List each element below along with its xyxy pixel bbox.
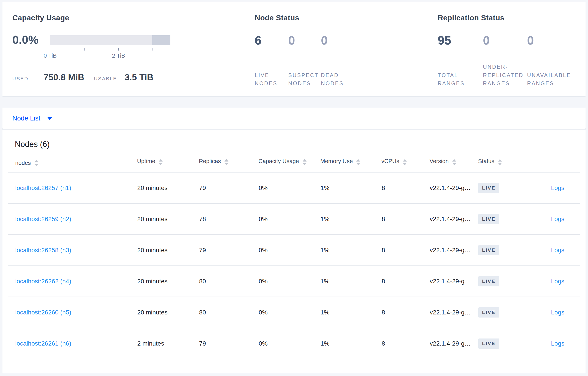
total-ranges-label: TOTAL RANGES (438, 71, 483, 87)
column-header-version[interactable]: Version (430, 158, 478, 172)
status-cell: LIVE (478, 172, 529, 203)
column-header-status[interactable]: Status (478, 158, 529, 172)
version-cell: v22.1.4-29-g… (430, 297, 478, 328)
suspect-nodes-label: SUSPECT NODES (288, 71, 321, 87)
used-label: USED (12, 76, 29, 82)
capacity-usage-panel: Capacity Usage 0.0% 0 TiB 2 TiB (12, 13, 255, 96)
replicas-cell: 79 (199, 172, 258, 203)
unavailable-ranges-value: 0 (527, 34, 576, 47)
capacity-usage-cell: 0% (258, 328, 320, 359)
column-header-memory-use[interactable]: Memory Use (320, 158, 381, 172)
node-status-title: Node Status (255, 13, 438, 22)
vcpus-cell: 8 (381, 172, 430, 203)
under-replicated-ranges-value: 0 (483, 34, 527, 47)
view-selector-bar: Node List (2, 108, 586, 129)
capacity-usage-cell: 0% (258, 266, 320, 297)
node-address-cell: localhost:26261 (n6) (8, 328, 137, 359)
logs-link[interactable]: Logs (551, 247, 564, 253)
cluster-overview-page: Capacity Usage 0.0% 0 TiB 2 TiB (0, 0, 588, 375)
under-replicated-ranges-label: UNDER-REPLICATED RANGES (483, 63, 527, 87)
column-header-replicas[interactable]: Replicas (199, 158, 258, 172)
memory-use-cell: 1% (320, 328, 381, 359)
capacity-chart: 0.0% 0 TiB 2 TiB (12, 33, 255, 62)
table-row: localhost:26259 (n2)20 minutes780%1%8v22… (8, 203, 580, 235)
node-list-dropdown[interactable]: Node List (12, 115, 52, 122)
uptime-cell: 20 minutes (137, 297, 199, 328)
logs-link[interactable]: Logs (551, 216, 564, 222)
under-replicated-ranges-stat: 0 UNDER-REPLICATED RANGES (483, 34, 527, 87)
sort-icon (403, 159, 407, 165)
replicas-cell: 79 (199, 328, 258, 359)
status-cell: LIVE (478, 203, 529, 235)
version-cell: v22.1.4-29-g… (430, 203, 478, 235)
chevron-down-icon (47, 117, 52, 120)
table-header-row: nodes Uptime Replicas (8, 158, 580, 172)
axis-tick (84, 48, 84, 51)
version-cell: v22.1.4-29-g… (430, 266, 478, 297)
uptime-cell: 2 minutes (137, 328, 199, 359)
capacity-bar-chart: 0 TiB 2 TiB (50, 33, 170, 62)
node-link[interactable]: localhost:26257 (n1) (15, 185, 71, 191)
memory-use-cell: 1% (320, 266, 381, 297)
capacity-usage-title: Capacity Usage (12, 13, 255, 22)
logs-cell: Logs (529, 235, 580, 266)
cluster-summary-card: Capacity Usage 0.0% 0 TiB 2 TiB (2, 2, 586, 97)
node-link[interactable]: localhost:26260 (n5) (15, 309, 71, 316)
memory-use-cell: 1% (320, 203, 381, 235)
logs-cell: Logs (529, 172, 580, 203)
axis-tick-label: 2 TiB (112, 52, 125, 59)
node-link[interactable]: localhost:26258 (n3) (15, 247, 71, 253)
vcpus-cell: 8 (381, 203, 430, 235)
logs-cell: Logs (529, 266, 580, 297)
logs-link[interactable]: Logs (551, 185, 564, 191)
column-header-nodes[interactable]: nodes (8, 158, 137, 172)
table-row: localhost:26258 (n3)20 minutes790%1%8v22… (8, 235, 580, 266)
status-badge: LIVE (478, 276, 499, 286)
nodes-heading: Nodes (6) (8, 130, 580, 158)
vcpus-cell: 8 (381, 266, 430, 297)
usable-label: USABLE (94, 76, 117, 82)
logs-cell: Logs (529, 203, 580, 235)
status-badge: LIVE (478, 183, 499, 193)
dead-nodes-value: 0 (321, 34, 358, 47)
logs-link[interactable]: Logs (551, 340, 564, 347)
memory-use-cell: 1% (320, 235, 381, 266)
uptime-cell: 20 minutes (137, 203, 199, 235)
axis-tick: 0 TiB (50, 48, 50, 51)
used-value: 750.8 MiB (43, 72, 84, 82)
sort-icon (224, 159, 229, 165)
sort-icon (159, 159, 163, 165)
capacity-percent-value: 0.0% (12, 33, 50, 46)
total-ranges-value: 95 (438, 34, 483, 47)
table-row: localhost:26260 (n5)20 minutes800%1%8v22… (8, 297, 580, 328)
vcpus-cell: 8 (381, 235, 430, 266)
dead-nodes-label: DEAD NODES (321, 71, 358, 87)
logs-link[interactable]: Logs (551, 278, 564, 285)
status-cell: LIVE (478, 297, 529, 328)
nodes-table-body: localhost:26257 (n1)20 minutes790%1%8v22… (8, 172, 580, 359)
node-link[interactable]: localhost:26259 (n2) (15, 216, 71, 222)
capacity-usage-cell: 0% (258, 235, 320, 266)
node-address-cell: localhost:26259 (n2) (8, 203, 137, 235)
dead-nodes-stat: 0 DEAD NODES (321, 34, 358, 87)
column-header-uptime[interactable]: Uptime (137, 158, 199, 172)
unavailable-ranges-stat: 0 UNAVAILABLE RANGES (527, 34, 576, 87)
column-header-vcpus[interactable]: vCPUs (381, 158, 430, 172)
status-badge: LIVE (478, 214, 499, 224)
node-link[interactable]: localhost:26262 (n4) (15, 278, 71, 285)
node-link[interactable]: localhost:26261 (n6) (15, 340, 71, 347)
replication-status-title: Replication Status (438, 13, 576, 22)
uptime-cell: 20 minutes (137, 266, 199, 297)
vcpus-cell: 8 (381, 328, 430, 359)
logs-link[interactable]: Logs (551, 309, 564, 316)
table-row: localhost:26261 (n6)2 minutes790%1%8v22.… (8, 328, 580, 359)
capacity-usage-cell: 0% (258, 297, 320, 328)
replicas-cell: 79 (199, 235, 258, 266)
logs-cell: Logs (529, 328, 580, 359)
unavailable-ranges-label: UNAVAILABLE RANGES (527, 71, 576, 87)
capacity-usage-cell: 0% (258, 203, 320, 235)
node-address-cell: localhost:26258 (n3) (8, 235, 137, 266)
column-header-capacity-usage[interactable]: Capacity Usage (258, 158, 320, 172)
total-ranges-stat: 95 TOTAL RANGES (438, 34, 483, 87)
node-list-dropdown-label: Node List (12, 115, 40, 122)
